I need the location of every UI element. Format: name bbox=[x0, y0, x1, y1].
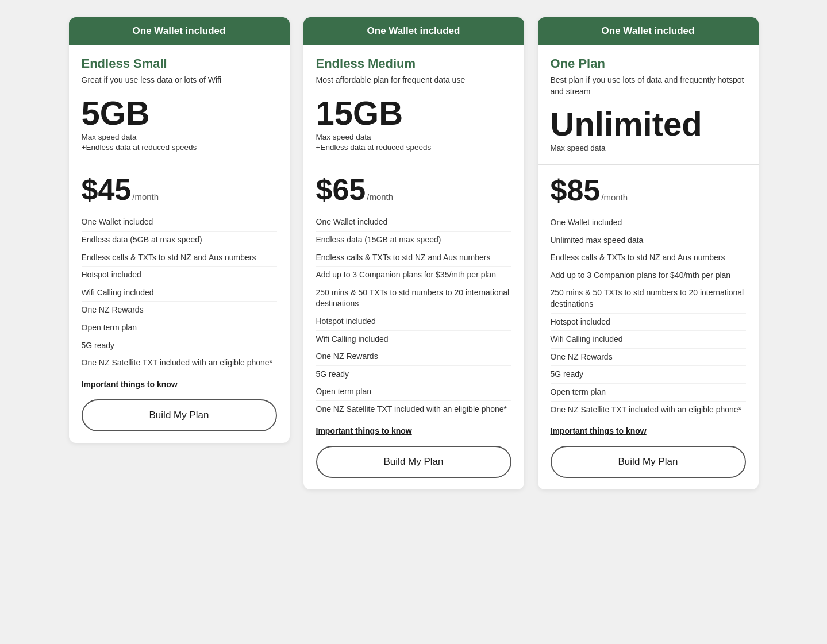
plan-features-one-plan: One Wallet includedUnlimited max speed d… bbox=[551, 214, 746, 418]
feature-item: Endless data (15GB at max speed) bbox=[316, 232, 511, 249]
plan-price-endless-small: $45 bbox=[82, 175, 132, 205]
plan-header-one-plan: One Wallet included bbox=[538, 17, 759, 45]
feature-item: One Wallet included bbox=[316, 214, 511, 232]
feature-item: One NZ Rewards bbox=[316, 348, 511, 366]
feature-item: One NZ Satellite TXT included with an el… bbox=[82, 354, 277, 372]
feature-item: Hotspot included bbox=[551, 314, 746, 331]
plan-data-sub-endless-small: Max speed data+Endless data at reduced s… bbox=[82, 132, 277, 154]
build-plan-button-one-plan[interactable]: Build My Plan bbox=[551, 446, 746, 478]
plan-data-amount-endless-small: 5GB bbox=[82, 97, 277, 130]
plan-price-period-endless-small: /month bbox=[132, 192, 159, 202]
feature-item: One Wallet included bbox=[551, 214, 746, 232]
plan-price-period-one-plan: /month bbox=[601, 192, 628, 202]
plans-container: One Wallet included Endless Small Great … bbox=[69, 17, 759, 489]
feature-item: Hotspot included bbox=[316, 313, 511, 331]
plan-price-row-endless-medium: $65 /month bbox=[316, 175, 511, 205]
feature-item: One NZ Rewards bbox=[82, 302, 277, 319]
feature-item: Endless calls & TXTs to std NZ and Aus n… bbox=[82, 249, 277, 267]
feature-item: 5G ready bbox=[82, 337, 277, 355]
build-plan-button-endless-small[interactable]: Build My Plan bbox=[82, 399, 277, 431]
plan-important-link-one-plan[interactable]: Important things to know bbox=[551, 426, 746, 435]
feature-item: Endless calls & TXTs to std NZ and Aus n… bbox=[551, 249, 746, 267]
feature-item: 5G ready bbox=[316, 366, 511, 384]
plan-important-link-endless-medium[interactable]: Important things to know bbox=[316, 426, 511, 435]
plan-name-endless-medium: Endless Medium bbox=[316, 56, 511, 71]
plan-price-row-endless-small: $45 /month bbox=[82, 175, 277, 205]
plan-price-endless-medium: $65 bbox=[316, 175, 366, 205]
plan-top-endless-medium: Endless Medium Most affordable plan for … bbox=[303, 45, 524, 164]
plan-data-sub-one-plan: Max speed data bbox=[551, 143, 746, 154]
plan-name-one-plan: One Plan bbox=[551, 56, 746, 71]
feature-item: One NZ Satellite TXT included with an el… bbox=[551, 402, 746, 419]
feature-item: Wifi Calling included bbox=[82, 284, 277, 302]
plan-data-sub-endless-medium: Max speed data+Endless data at reduced s… bbox=[316, 132, 511, 154]
plan-name-endless-small: Endless Small bbox=[82, 56, 277, 71]
feature-item: Hotspot included bbox=[82, 267, 277, 284]
feature-item: Endless data (5GB at max speed) bbox=[82, 232, 277, 249]
feature-item: Wifi Calling included bbox=[316, 331, 511, 349]
feature-item: Unlimited max speed data bbox=[551, 232, 746, 250]
plan-price-period-endless-medium: /month bbox=[367, 192, 393, 202]
plan-top-endless-small: Endless Small Great if you use less data… bbox=[69, 45, 290, 164]
plan-data-amount-one-plan: Unlimited bbox=[551, 107, 746, 141]
feature-item: Open term plan bbox=[551, 384, 746, 402]
plan-tagline-endless-medium: Most affordable plan for frequent data u… bbox=[316, 75, 511, 86]
plan-bottom-endless-small: $45 /month One Wallet includedEndless da… bbox=[69, 164, 290, 442]
plan-bottom-one-plan: $85 /month One Wallet includedUnlimited … bbox=[538, 165, 759, 489]
plan-card-endless-medium: One Wallet included Endless Medium Most … bbox=[303, 17, 524, 489]
feature-item: One NZ Satellite TXT included with an el… bbox=[316, 401, 511, 418]
feature-item: 250 mins & 50 TXTs to std numbers to 20 … bbox=[316, 284, 511, 313]
feature-item: One Wallet included bbox=[82, 214, 277, 232]
plan-top-one-plan: One Plan Best plan if you use lots of da… bbox=[538, 45, 759, 165]
plan-price-row-one-plan: $85 /month bbox=[551, 175, 746, 205]
plan-important-link-endless-small[interactable]: Important things to know bbox=[82, 380, 277, 389]
feature-item: Open term plan bbox=[316, 383, 511, 401]
feature-item: 250 mins & 50 TXTs to std numbers to 20 … bbox=[551, 284, 746, 313]
plan-bottom-endless-medium: $65 /month One Wallet includedEndless da… bbox=[303, 164, 524, 489]
plan-tagline-endless-small: Great if you use less data or lots of Wi… bbox=[82, 75, 277, 86]
build-plan-button-endless-medium[interactable]: Build My Plan bbox=[316, 446, 511, 478]
feature-item: Add up to 3 Companion plans for $40/mth … bbox=[551, 267, 746, 285]
plan-features-endless-medium: One Wallet includedEndless data (15GB at… bbox=[316, 214, 511, 418]
plan-data-amount-endless-medium: 15GB bbox=[316, 97, 511, 130]
feature-item: Open term plan bbox=[82, 319, 277, 337]
feature-item: 5G ready bbox=[551, 366, 746, 384]
feature-item: One NZ Rewards bbox=[551, 349, 746, 367]
feature-item: Endless calls & TXTs to std NZ and Aus n… bbox=[316, 249, 511, 267]
plan-card-endless-small: One Wallet included Endless Small Great … bbox=[69, 17, 290, 443]
feature-item: Wifi Calling included bbox=[551, 331, 746, 349]
plan-card-one-plan: One Wallet included One Plan Best plan i… bbox=[538, 17, 759, 489]
plan-tagline-one-plan: Best plan if you use lots of data and fr… bbox=[551, 75, 746, 97]
plan-header-endless-small: One Wallet included bbox=[69, 17, 290, 45]
plan-header-endless-medium: One Wallet included bbox=[303, 17, 524, 45]
plan-price-one-plan: $85 bbox=[551, 175, 601, 205]
feature-item: Add up to 3 Companion plans for $35/mth … bbox=[316, 267, 511, 284]
plan-features-endless-small: One Wallet includedEndless data (5GB at … bbox=[82, 214, 277, 371]
